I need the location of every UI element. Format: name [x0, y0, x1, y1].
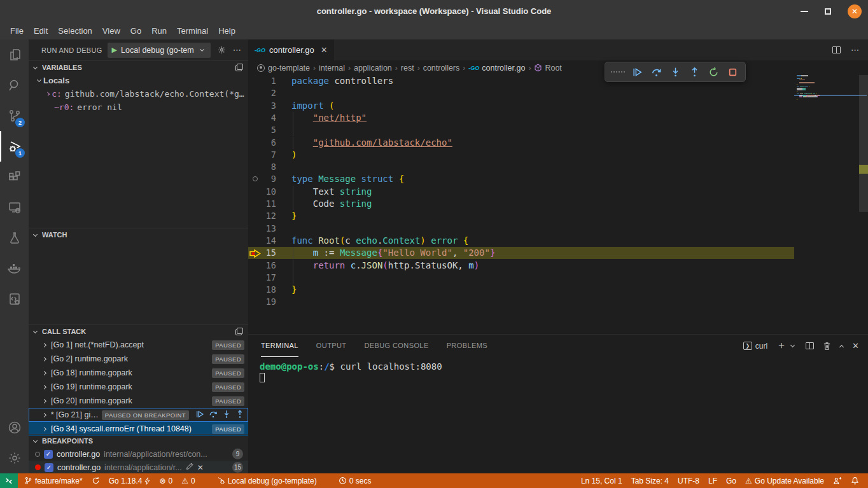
menu-run[interactable]: Run	[146, 24, 172, 38]
status-sync[interactable]	[88, 475, 104, 486]
line-number[interactable]: 7	[248, 149, 276, 161]
line-number[interactable]: 3	[248, 100, 276, 112]
editor-scrollbar[interactable]	[859, 75, 868, 212]
menu-go[interactable]: Go	[125, 24, 146, 38]
line-number[interactable]: 18	[248, 284, 276, 296]
explorer-icon[interactable]	[0, 39, 29, 70]
call-stack-section-header[interactable]: CALL STACK	[29, 325, 248, 338]
chevron-down-icon[interactable]	[790, 342, 795, 347]
status-elapsed[interactable]: 0 secs	[335, 475, 375, 487]
call-stack-frame[interactable]: * [Go 21] gith...PAUSED ON BREAKPOINT	[29, 408, 248, 422]
status-cursor-position[interactable]: Ln 15, Col 1	[577, 475, 626, 487]
breadcrumb-item-go-template[interactable]: go-template	[268, 64, 310, 73]
toolbar-drag-handle[interactable]	[610, 64, 626, 80]
line-number[interactable]: 17	[248, 272, 276, 284]
breakpoint-row[interactable]: ✓controller.gointernal/application/rest/…	[29, 447, 248, 461]
call-stack-frame[interactable]: [Go 2] runtime.goparkPAUSED	[29, 352, 248, 366]
extensions-icon[interactable]	[0, 162, 29, 192]
split-terminal-icon[interactable]	[806, 342, 814, 349]
step-out-icon[interactable]	[687, 64, 702, 80]
remote-explorer-icon[interactable]	[0, 192, 29, 223]
variables-scope-locals[interactable]: Locals	[29, 74, 248, 87]
step-over-icon[interactable]	[648, 64, 664, 80]
status-git-branch[interactable]: feature/make*	[20, 475, 87, 487]
panel-tab-terminal[interactable]: TERMINAL	[261, 335, 298, 357]
panel-tab-problems[interactable]: PROBLEMS	[447, 335, 487, 357]
breadcrumb-item-controllers[interactable]: controllers	[423, 64, 460, 73]
docker-icon[interactable]	[0, 253, 29, 284]
variable-row[interactable]: c:github.com/labstack/echo.Context(*gith…	[29, 87, 248, 101]
panel-tab-output[interactable]: OUTPUT	[316, 335, 347, 357]
views-more-actions-icon[interactable]: ⋯	[233, 45, 241, 55]
search-icon[interactable]	[0, 70, 29, 101]
line-number[interactable]: 8	[248, 161, 276, 173]
settings-gear-icon[interactable]	[0, 443, 29, 473]
start-debug-icon[interactable]: ▶	[112, 46, 117, 54]
line-number[interactable]: 16	[248, 260, 276, 272]
line-number[interactable]: 13	[248, 223, 276, 235]
step-over-icon[interactable]	[209, 410, 218, 421]
collapse-all-icon[interactable]	[235, 64, 243, 71]
code-editor[interactable]: 1package controllers23import (4 "net/htt…	[248, 75, 868, 334]
status-go-update[interactable]: ⚠Go Update Available	[741, 475, 828, 487]
editor-more-actions-icon[interactable]: ⋯	[851, 45, 859, 55]
continue-icon[interactable]	[629, 64, 645, 80]
dev-containers-icon[interactable]	[0, 284, 29, 314]
new-terminal-button[interactable]: ＋	[776, 339, 797, 352]
status-language-mode[interactable]: Go	[722, 475, 740, 487]
step-into-icon[interactable]	[222, 410, 231, 421]
breakpoint-checkbox[interactable]: ✓	[44, 450, 53, 459]
breadcrumb-item-internal[interactable]: internal	[319, 64, 345, 73]
tab-controller-go[interactable]: ‑GO controller.go ✕	[248, 39, 335, 60]
minimize-icon[interactable]	[801, 11, 808, 12]
close-tab-icon[interactable]: ✕	[321, 45, 328, 55]
step-out-icon[interactable]	[235, 410, 244, 421]
split-editor-icon[interactable]	[832, 46, 841, 53]
panel-tab-debug-console[interactable]: DEBUG CONSOLE	[364, 335, 428, 357]
remove-breakpoint-icon[interactable]: ✕	[197, 463, 204, 472]
terminal-instance[interactable]: ❯ curl	[743, 342, 767, 351]
status-eol[interactable]: LF	[704, 475, 721, 487]
run-and-debug-icon[interactable]: 1	[0, 131, 29, 162]
line-number[interactable]: 6	[248, 137, 276, 149]
terminal-output[interactable]: demo@pop-os:/$ curl localhost:8080	[260, 361, 442, 383]
line-number[interactable]: 10	[248, 186, 276, 198]
variables-section-header[interactable]: VARIABLES	[29, 61, 248, 74]
breakpoint-row[interactable]: ✓controller.gointernal/application/r...✕…	[29, 461, 248, 474]
close-icon[interactable]: ✕	[848, 4, 862, 18]
edit-breakpoint-icon[interactable]	[186, 463, 193, 472]
breadcrumb-item-root[interactable]: Root	[534, 64, 561, 73]
status-go-version[interactable]: Go 1.18.4	[105, 475, 155, 487]
line-number[interactable]: 11	[248, 198, 276, 210]
watch-section-header[interactable]: WATCH	[29, 228, 248, 241]
account-icon[interactable]	[0, 412, 29, 443]
menu-selection[interactable]: Selection	[53, 24, 97, 38]
line-number[interactable]: 14	[248, 235, 276, 247]
breadcrumb-item-controller-go[interactable]: ‑GOcontroller.go	[468, 64, 525, 73]
testing-icon[interactable]	[0, 223, 29, 253]
breakpoints-section-header[interactable]: BREAKPOINTS	[29, 435, 248, 447]
line-number[interactable]: 4	[248, 112, 276, 124]
collapse-all-icon[interactable]	[235, 328, 243, 335]
debug-settings-gear-icon[interactable]	[217, 45, 227, 55]
maximize-panel-icon[interactable]	[839, 345, 844, 349]
call-stack-frame[interactable]: [Go 18] runtime.goparkPAUSED	[29, 366, 248, 380]
status-debug-session[interactable]: Local debug (go-template)	[213, 475, 321, 487]
breadcrumb-item-application[interactable]: application	[354, 64, 392, 73]
stop-icon[interactable]	[725, 64, 740, 80]
remote-indicator[interactable]	[0, 473, 18, 488]
menu-terminal[interactable]: Terminal	[172, 24, 213, 38]
status-encoding[interactable]: UTF-8	[674, 475, 703, 487]
close-panel-icon[interactable]: ✕	[852, 341, 859, 351]
line-number[interactable]: 15	[248, 247, 276, 259]
debug-configuration-dropdown[interactable]: ▶ Local debug (go-tem	[108, 43, 211, 58]
variable-row[interactable]: ~r0:error nil	[29, 101, 248, 114]
menu-edit[interactable]: Edit	[29, 24, 53, 38]
step-into-icon[interactable]	[668, 64, 683, 80]
call-stack-frame[interactable]: [Go 1] net.(*netFD).acceptPAUSED	[29, 338, 248, 352]
breadcrumb-item-rest[interactable]: rest	[401, 64, 414, 73]
line-number[interactable]: 12	[248, 210, 276, 222]
status-warnings[interactable]: ⚠0	[178, 475, 199, 487]
status-feedback[interactable]	[829, 475, 846, 487]
menu-help[interactable]: Help	[213, 24, 241, 38]
